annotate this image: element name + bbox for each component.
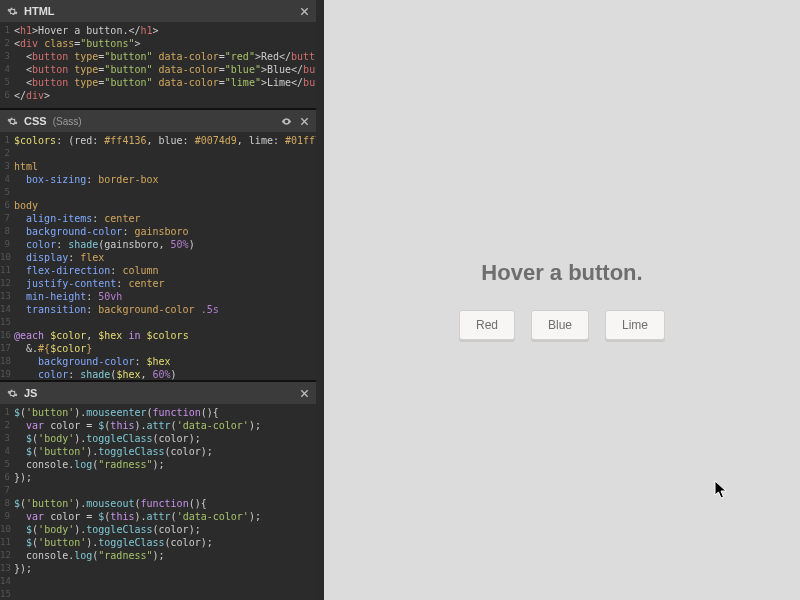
gear-icon[interactable]	[6, 387, 18, 399]
html-panel-title: HTML	[24, 5, 55, 17]
css-panel-title: CSS	[24, 115, 47, 127]
close-icon[interactable]	[298, 387, 310, 399]
js-panel-header: JS	[0, 382, 316, 404]
preview-buttons-row: Red Blue Lime	[459, 310, 665, 340]
html-panel: HTML 1<h1>Hover a button.</h1> 2<div cla…	[0, 0, 316, 110]
gear-icon[interactable]	[6, 5, 18, 17]
close-icon[interactable]	[298, 5, 310, 17]
red-button[interactable]: Red	[459, 310, 515, 340]
js-panel: JS 1$('button').mouseenter(function(){ 2…	[0, 382, 316, 600]
cursor-icon	[714, 480, 728, 500]
js-code-area[interactable]: 1$('button').mouseenter(function(){ 2 va…	[0, 404, 316, 600]
editor-column: HTML 1<h1>Hover a button.</h1> 2<div cla…	[0, 0, 316, 600]
eye-icon[interactable]	[280, 115, 292, 127]
preview-pane: Hover a button. Red Blue Lime	[316, 0, 800, 600]
preview-heading: Hover a button.	[481, 260, 642, 286]
css-preprocessor-label: (Sass)	[53, 116, 82, 127]
js-panel-title: JS	[24, 387, 37, 399]
css-panel: CSS (Sass) 1$colors: (red: #ff4136, blue…	[0, 110, 316, 382]
gear-icon[interactable]	[6, 115, 18, 127]
html-code-area[interactable]: 1<h1>Hover a button.</h1> 2<div class="b…	[0, 22, 316, 108]
html-panel-header: HTML	[0, 0, 316, 22]
blue-button[interactable]: Blue	[531, 310, 589, 340]
close-icon[interactable]	[298, 115, 310, 127]
css-code-area[interactable]: 1$colors: (red: #ff4136, blue: #0074d9, …	[0, 132, 316, 380]
css-panel-header: CSS (Sass)	[0, 110, 316, 132]
lime-button[interactable]: Lime	[605, 310, 665, 340]
